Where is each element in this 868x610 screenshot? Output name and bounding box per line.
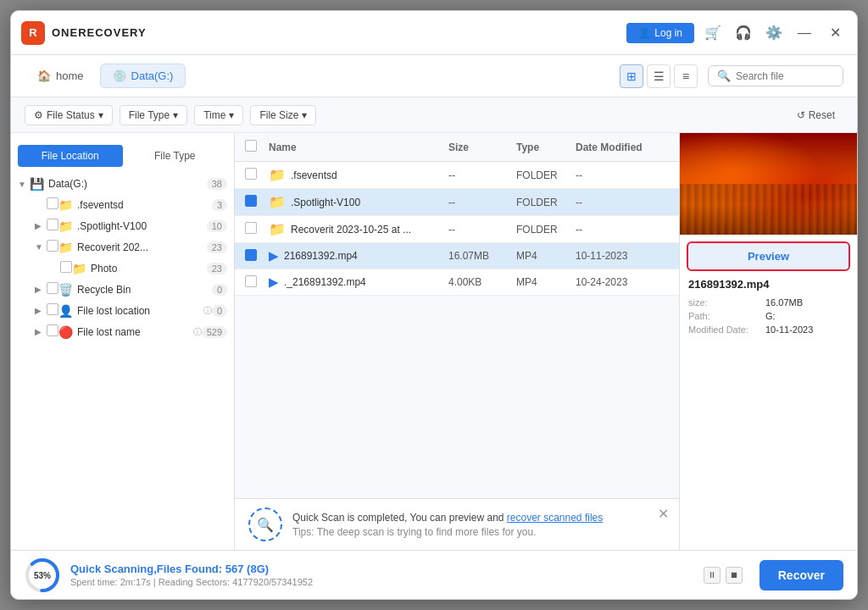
file-status-filter[interactable]: ⚙ File Status ▾: [25, 105, 113, 125]
user-icon: 👤: [58, 304, 73, 318]
search-box[interactable]: 🔍: [708, 65, 843, 86]
app-logo: R: [21, 21, 45, 45]
checkbox-recoverit[interactable]: [47, 240, 58, 254]
preview-button[interactable]: Preview: [687, 241, 850, 271]
progress-circle: 53%: [25, 557, 60, 593]
row-checkbox[interactable]: [245, 195, 269, 209]
file-size-filter[interactable]: File Size ▾: [250, 105, 316, 125]
settings-icon-button[interactable]: ⚙️: [762, 21, 786, 45]
row-checkbox[interactable]: [245, 222, 269, 236]
checkbox-fseventsd[interactable]: [47, 197, 58, 212]
sidebar-item-file-lost-location[interactable]: ▶ 👤 File lost location ⓘ 0: [11, 300, 234, 321]
checkbox-recycle[interactable]: [47, 282, 58, 297]
sidebar-item-recoverit[interactable]: ▼ 📁 Recoverit 202... 23: [11, 236, 234, 258]
row-checkbox[interactable]: [245, 168, 269, 182]
main-content: File Location File Type ▼ 💾 Data(G:) 38 …: [11, 133, 857, 550]
video-icon: ▶: [269, 248, 279, 263]
recover-button[interactable]: Recover: [760, 560, 843, 591]
home-icon: 🏠: [37, 69, 51, 82]
detail-view-button[interactable]: ≡: [674, 64, 698, 88]
folder-icon: 📁: [58, 241, 73, 254]
search-input[interactable]: [736, 70, 834, 82]
preview-size-row: size: 16.07MB: [688, 297, 849, 308]
notification-text: Quick Scan is completed, You can preview…: [292, 512, 665, 538]
info-icon: ⓘ: [203, 305, 212, 317]
scan-status-title: Quick Scanning,Files Found: 567 (8G): [70, 563, 693, 575]
trash-icon: 🗑️: [58, 283, 73, 297]
user-icon: 👤: [638, 27, 651, 39]
disk-icon: 💾: [30, 177, 44, 191]
sidebar-tab-file-type[interactable]: File Type: [123, 145, 228, 167]
sidebar-tab-file-location[interactable]: File Location: [18, 145, 123, 167]
file-table-header: Name Size Type Date Modified: [235, 133, 679, 162]
sidebar-item-photo[interactable]: 📁 Photo 23: [11, 258, 234, 279]
sidebar-tab-group: File Location File Type: [18, 145, 227, 167]
checkbox-photo[interactable]: [60, 261, 72, 275]
pause-button[interactable]: ⏸: [704, 567, 721, 584]
expand-arrow-icon: ▶: [35, 327, 47, 336]
recover-scanned-link[interactable]: recover scanned files: [507, 512, 603, 524]
checkbox-lost-location[interactable]: [47, 303, 58, 318]
table-row[interactable]: ▶ 216891392.mp4 16.07MB MP4 10-11-2023: [235, 243, 679, 269]
titlebar-actions: 👤 Log in 🛒 🎧 ⚙️ — ✕: [626, 21, 847, 45]
expand-arrow-icon: ▶: [35, 221, 47, 230]
expand-arrow-icon: ▼: [35, 242, 47, 252]
close-button[interactable]: ✕: [823, 21, 847, 45]
header-check[interactable]: [245, 140, 269, 154]
table-row[interactable]: 📁 Recoverit 2023-10-25 at ... -- FOLDER …: [235, 216, 679, 243]
expand-arrow-icon: ▶: [35, 306, 47, 315]
chevron-down-icon: ▾: [173, 109, 178, 121]
preview-image: [680, 133, 857, 235]
reset-button[interactable]: ↺ Reset: [788, 106, 843, 125]
chevron-down-icon: ▾: [302, 109, 307, 121]
sidebar-item-data-g[interactable]: ▼ 💾 Data(G:) 38: [11, 174, 234, 194]
sidebar-item-fseventsd[interactable]: 📁 .fseventsd 3: [11, 194, 234, 215]
row-checkbox[interactable]: [245, 275, 269, 290]
preview-path-row: Path: G:: [688, 311, 849, 321]
sidebar-item-file-lost-name[interactable]: ▶ 🔴 File lost name ⓘ 529: [11, 321, 234, 342]
chevron-down-icon: ▾: [98, 109, 103, 121]
scan-status-sub: Spent time: 2m:17s | Reading Sectors: 41…: [70, 577, 693, 587]
file-list: 📁 .fseventsd -- FOLDER -- 📁 .Spotlight-V…: [235, 162, 679, 498]
checkbox-lost-name[interactable]: [47, 324, 58, 339]
table-row[interactable]: ▶ ._216891392.mp4 4.00KB MP4 10-24-2023: [235, 269, 679, 296]
headset-icon-button[interactable]: 🎧: [732, 21, 755, 45]
time-filter[interactable]: Time ▾: [194, 105, 243, 125]
row-name: 📁 Recoverit 2023-10-25 at ...: [269, 221, 448, 237]
list-view-button[interactable]: ☰: [647, 64, 670, 88]
tab-data-g[interactable]: 💿 Data(G:): [100, 64, 186, 88]
table-row[interactable]: 📁 .Spotlight-V100 -- FOLDER --: [235, 189, 679, 216]
preview-modified-row: Modified Date: 10-11-2023: [688, 324, 849, 335]
table-row[interactable]: 📁 .fseventsd -- FOLDER --: [235, 162, 679, 189]
red-dot-icon: 🔴: [58, 325, 73, 339]
tab-home[interactable]: 🏠 home: [25, 64, 97, 88]
sidebar-item-recycle-bin[interactable]: ▶ 🗑️ Recycle Bin 0: [11, 279, 234, 300]
file-type-filter[interactable]: File Type ▾: [120, 105, 187, 125]
preview-meta: size: 16.07MB Path: G: Modified Date: 10…: [688, 297, 849, 335]
disk-icon: 💿: [113, 69, 126, 82]
grid-view-button[interactable]: ⊞: [620, 64, 643, 88]
row-checkbox[interactable]: [245, 249, 269, 263]
app-brand: ONERECOVERY: [52, 26, 626, 39]
preview-image-content: [680, 133, 857, 235]
row-name: ▶ 216891392.mp4: [269, 248, 448, 263]
filterbar: ⚙ File Status ▾ File Type ▾ Time ▾ File …: [11, 97, 857, 133]
file-area: Name Size Type Date Modified 📁 .fsevents…: [235, 133, 679, 550]
folder-icon: 📁: [58, 198, 73, 212]
bottom-info: Quick Scanning,Files Found: 567 (8G) Spe…: [70, 563, 693, 587]
checkbox-spotlight[interactable]: [47, 219, 58, 233]
folder-icon: 📁: [269, 167, 286, 183]
row-name: 📁 .Spotlight-V100: [269, 194, 448, 210]
minimize-button[interactable]: —: [793, 21, 816, 45]
scan-icon: 🔍: [257, 517, 274, 533]
login-button[interactable]: 👤 Log in: [626, 23, 694, 43]
video-icon: ▶: [269, 274, 279, 290]
stop-button[interactable]: ⏹: [726, 567, 743, 584]
sidebar: File Location File Type ▼ 💾 Data(G:) 38 …: [11, 133, 235, 550]
info-icon: ⓘ: [193, 326, 202, 338]
cart-icon-button[interactable]: 🛒: [701, 21, 725, 45]
sidebar-item-spotlight[interactable]: ▶ 📁 .Spotlight-V100 10: [11, 215, 234, 236]
notification-close-button[interactable]: ✕: [658, 506, 669, 522]
search-icon: 🔍: [717, 69, 731, 82]
titlebar: R ONERECOVERY 👤 Log in 🛒 🎧 ⚙️ — ✕: [11, 11, 857, 55]
